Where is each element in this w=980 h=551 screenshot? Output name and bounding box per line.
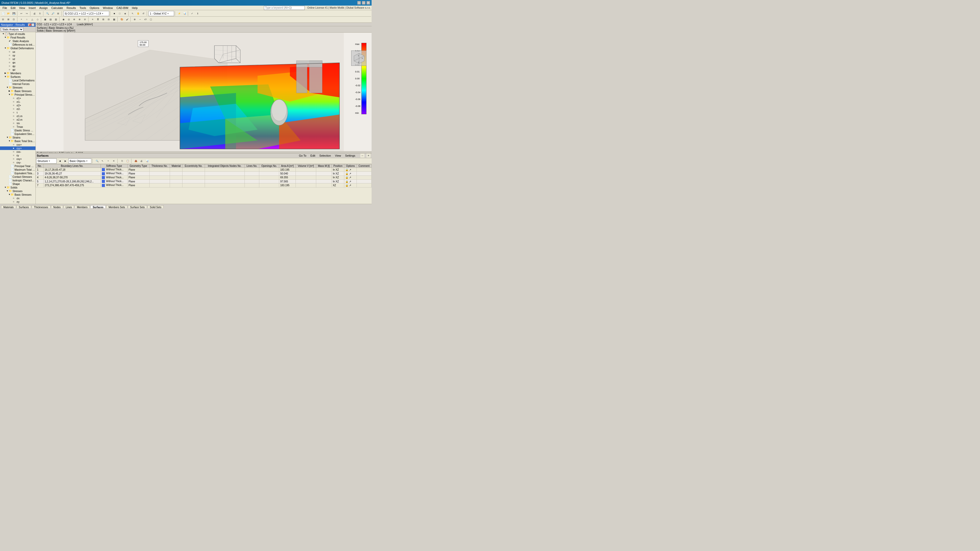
display-4[interactable]: ⊟ (106, 17, 111, 22)
nav-surfaces[interactable]: ▼ 📁 Surfaces (0, 75, 35, 79)
nav-eyy-p[interactable]: ● εyy+ (0, 146, 35, 150)
nav-sigma1p[interactable]: ○ σ1+ (0, 97, 35, 100)
view-front[interactable]: ⊟ (0, 17, 6, 22)
basic-objects-dropdown[interactable]: Basic Objects ▼ (68, 159, 91, 164)
col-eccentricity[interactable]: Eccentricity No. (183, 164, 205, 168)
undo-btn[interactable]: ↩ (19, 11, 24, 16)
nav-exx-p[interactable]: ○ εxx+ (0, 143, 35, 146)
minimize-btn[interactable]: ─ (357, 1, 361, 5)
panel-close-btn[interactable]: ✕ (366, 154, 371, 158)
color-2[interactable]: 🖌 (124, 17, 130, 22)
snap-2[interactable]: ○ (24, 17, 29, 22)
nav-principal-total[interactable]: 📄 Principal Total Strains (0, 164, 35, 168)
col-material[interactable]: Material (170, 164, 183, 168)
panel-minimize-btn[interactable]: ─ (360, 154, 364, 158)
zoom-out-btn[interactable]: 🔎 (50, 11, 56, 16)
axis-btn[interactable]: ⊕ (132, 17, 137, 22)
nav-exx-m[interactable]: ○ εxx- (0, 150, 35, 154)
nav-final-results[interactable]: ▼ 📁 Final Results (0, 36, 35, 39)
menu-tools[interactable]: Tools (78, 6, 88, 10)
nav-global-deformations[interactable]: ▼ 📁 Global Deformations (0, 46, 35, 50)
col-thickness[interactable]: Thickness No. (149, 164, 170, 168)
nav-sigma2p[interactable]: ○ σ2+ (0, 103, 35, 107)
nav-phiz[interactable]: ○ φz (0, 68, 35, 71)
panel-view[interactable]: View (334, 154, 342, 157)
nav-type-of-results[interactable]: ▼ 📋 Type of results (0, 32, 35, 36)
maximize-btn[interactable]: □ (362, 1, 366, 5)
nav-solids[interactable]: ▼ 📁 Solids (0, 186, 35, 189)
rotate-btn[interactable]: ↺ (141, 11, 146, 16)
zoom-all-btn[interactable]: ⊞ (56, 11, 61, 16)
nav-phiy[interactable]: ○ φy (0, 64, 35, 68)
search-input[interactable] (264, 6, 305, 10)
panel-export[interactable]: 📤 (133, 159, 138, 164)
result-2[interactable]: ◎ (66, 17, 72, 22)
tab-member-sets[interactable]: Members Sets (106, 205, 127, 208)
nav-strains[interactable]: ▼ 📁 Strains (0, 136, 35, 139)
nav-solids-stresses[interactable]: ▼ 📁 Stresses (0, 189, 35, 193)
nav-basic-stresses[interactable]: ▶ 📁 Basic Stresses (0, 89, 35, 93)
menu-cad-bim[interactable]: CAD-BIM (115, 6, 130, 10)
snap-4[interactable]: ◇ (35, 17, 40, 22)
nav-exy-p[interactable]: ○ εxy+ (0, 157, 35, 161)
filter-1[interactable]: ▣ (43, 17, 48, 22)
nav-exy-m[interactable]: ○ εxy- (0, 161, 35, 164)
col-geometry[interactable]: Geometry Type (127, 164, 149, 168)
col-position[interactable]: Position (331, 164, 344, 168)
lc-combo[interactable]: S| CO2 LC1 + LC2 + LC3 + LC4 ▼ (63, 11, 109, 16)
nav-members[interactable]: ▶ 📁 Members (0, 71, 35, 75)
col-volume[interactable]: Volume V [m³] (296, 164, 316, 168)
snap-1[interactable]: + (19, 17, 24, 22)
save-btn[interactable]: 💾 (11, 11, 16, 16)
panel-goto[interactable]: Go To (298, 154, 307, 157)
nav-taum[interactable]: ○ τm (0, 121, 35, 125)
result-3[interactable]: ⊕ (72, 17, 77, 22)
tab-lines[interactable]: Lines (64, 205, 74, 208)
tab-surfaces-2[interactable]: Surfaces (90, 205, 106, 208)
col-no[interactable]: No. (36, 164, 44, 168)
results-btn[interactable]: 📊 (182, 11, 187, 16)
nav-pin-btn[interactable]: 📌 (28, 23, 31, 26)
menu-help[interactable]: Help (130, 6, 139, 10)
panel-add[interactable]: + (106, 159, 111, 164)
nav-basic-total-strains[interactable]: ▼ 📁 Basic Total Strains (0, 139, 35, 143)
nav-equivalent-stresses[interactable]: 📄 Equivalent Stresses (0, 132, 35, 136)
nav-isotropic[interactable]: 📄 Isotropic Characteristics (0, 179, 35, 182)
tab-nodes[interactable]: Nodes (51, 205, 63, 208)
col-boundary[interactable]: Boundary Lines No. (44, 164, 101, 168)
tab-materials[interactable]: Materials (1, 205, 16, 208)
nav-uz[interactable]: ○ uz (0, 57, 35, 61)
viewport-cube[interactable]: Y X Z (351, 51, 366, 66)
view-dropdown[interactable]: 1 - Global XYZ ▼ (148, 11, 174, 16)
display-5[interactable]: ▦ (111, 17, 117, 22)
nav-principal-stresses[interactable]: ▼ 📁 Principal Stresses (0, 93, 35, 97)
nav-close-btn[interactable]: ✕ (32, 23, 35, 26)
panel-tb-2[interactable]: ▶ (63, 159, 68, 164)
panel-select[interactable]: ↖ (100, 159, 105, 164)
col-comment[interactable]: Comment (356, 164, 371, 168)
nav-sigma1m[interactable]: ○ σ1- (0, 100, 35, 103)
structure-dropdown[interactable]: Structure ▼ (36, 159, 57, 164)
col-options[interactable]: Options (344, 164, 356, 168)
col-area[interactable]: Area A [m²] (279, 164, 296, 168)
nav-solid-sx[interactable]: ○ σx (0, 197, 35, 200)
col-stiffness[interactable]: Stiffness Type (100, 164, 127, 168)
nav-equivalent-total[interactable]: 📄 Equivalent Total Strains (0, 171, 35, 175)
tab-surfaces-1[interactable]: Surfaces (17, 205, 31, 208)
menu-calculate[interactable]: Calculate (50, 6, 65, 10)
nav-differences[interactable]: 📄 Differences to initial state (0, 43, 35, 46)
nav-sigma2m[interactable]: ○ σ2- (0, 107, 35, 111)
nav-ey[interactable]: ○ εy (0, 154, 35, 157)
menu-window[interactable]: Window (101, 6, 115, 10)
tab-thicknesses[interactable]: Thicknesses (32, 205, 51, 208)
canvas-area[interactable]: 1 - Global XYZ 175.00 60.00 max 0.04 0.0… (36, 33, 372, 153)
panel-selection[interactable]: Selection (318, 154, 332, 157)
tab-members[interactable]: Members (75, 205, 90, 208)
col-nodes[interactable]: Integrated Objects Nodes No. (205, 164, 245, 168)
new-btn[interactable]: 📄 (0, 11, 6, 16)
panel-delete[interactable]: ✕ (111, 159, 116, 164)
display-3[interactable]: ⊞ (101, 17, 106, 22)
snap-3[interactable]: △ (30, 17, 35, 22)
col-lines[interactable]: Lines No. (245, 164, 259, 168)
menu-edit[interactable]: Edit (9, 6, 17, 10)
